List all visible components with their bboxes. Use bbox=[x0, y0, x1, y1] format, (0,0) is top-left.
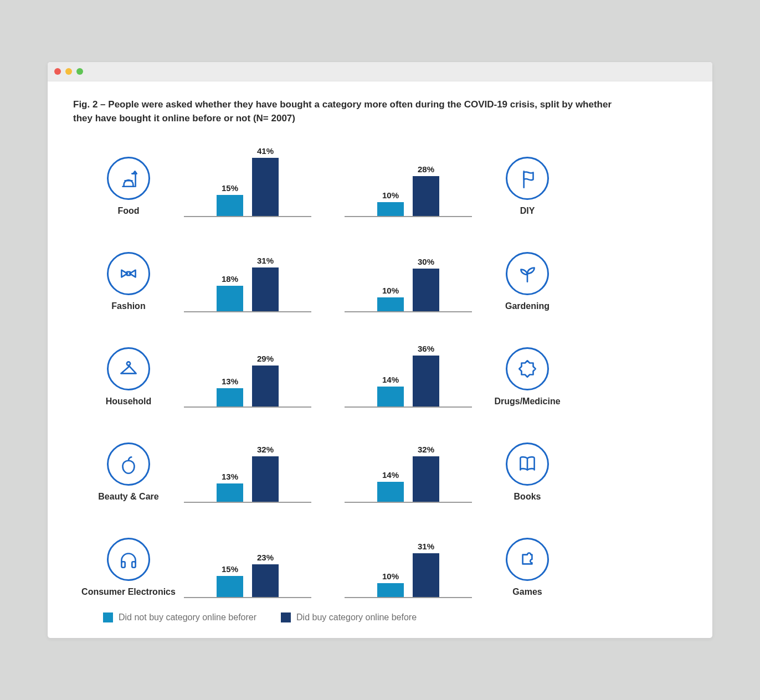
svg-rect-0 bbox=[127, 272, 130, 275]
book-icon bbox=[506, 442, 549, 486]
category-right: Books bbox=[472, 442, 583, 503]
bar-label-dark: 28% bbox=[418, 164, 434, 174]
category-label: Books bbox=[514, 491, 541, 502]
bar-light-rect bbox=[377, 583, 404, 598]
category-label: DIY bbox=[520, 205, 535, 216]
chart-row: Food 15% 41% 10% 28% DIY bbox=[73, 138, 687, 217]
bar-light: 15% bbox=[217, 183, 243, 216]
bar-light: 10% bbox=[377, 191, 404, 217]
bar-light-rect bbox=[217, 286, 243, 311]
bar-dark: 41% bbox=[252, 146, 279, 216]
category-label: Gardening bbox=[505, 301, 550, 311]
bar-pair: 15% 23% bbox=[184, 519, 311, 598]
chart-legend: Did not buy category online beforer Did … bbox=[73, 612, 687, 622]
category-label: Beauty & Care bbox=[98, 491, 158, 502]
bowtie-icon bbox=[107, 252, 150, 295]
bar-light: 10% bbox=[377, 572, 404, 598]
bar-dark-rect bbox=[413, 176, 439, 216]
chart-row: Fashion 18% 31% 10% 30% Gardening bbox=[73, 234, 687, 312]
bar-light-rect bbox=[377, 482, 404, 502]
bar-label-light: 14% bbox=[382, 470, 399, 480]
minimize-icon[interactable] bbox=[65, 68, 72, 75]
bar-dark: 31% bbox=[252, 256, 279, 311]
browser-window: Fig. 2 – People were asked whether they … bbox=[47, 61, 713, 639]
category-right: Drugs/Medicine bbox=[472, 347, 583, 408]
category-right: DIY bbox=[472, 157, 583, 217]
legend-label-light: Did not buy category online beforer bbox=[119, 612, 256, 622]
puzzle-icon bbox=[506, 538, 549, 581]
bar-pair: 10% 31% bbox=[345, 519, 472, 598]
bar-dark-rect bbox=[413, 356, 439, 406]
bar-dark: 23% bbox=[252, 553, 279, 597]
bar-dark: 30% bbox=[413, 257, 439, 311]
bar-light-rect bbox=[377, 387, 404, 406]
category-label: Drugs/Medicine bbox=[494, 396, 560, 406]
category-label: Consumer Electronics bbox=[81, 586, 176, 597]
chart-title: Fig. 2 – People were asked whether they … bbox=[73, 98, 622, 125]
sprout-icon bbox=[506, 252, 549, 295]
chart-row: Beauty & Care 13% 32% 14% 32% Boo bbox=[73, 424, 687, 503]
bar-label-dark: 36% bbox=[418, 344, 434, 353]
bar-dark: 36% bbox=[413, 344, 439, 406]
bar-label-dark: 30% bbox=[418, 257, 434, 266]
bar-dark-rect bbox=[413, 553, 439, 597]
bar-label-light: 13% bbox=[222, 377, 238, 386]
bar-pair: 10% 28% bbox=[345, 138, 472, 217]
bar-pair: 18% 31% bbox=[184, 234, 311, 312]
bar-dark-rect bbox=[413, 269, 439, 311]
bar-light: 13% bbox=[217, 472, 243, 502]
maximize-icon[interactable] bbox=[76, 68, 83, 75]
legend-swatch-dark-icon bbox=[281, 612, 291, 622]
category-left: Fashion bbox=[73, 252, 184, 312]
bar-dark: 29% bbox=[252, 354, 279, 406]
bar-label-light: 14% bbox=[382, 375, 399, 384]
bar-label-dark: 32% bbox=[257, 445, 274, 454]
bar-label-light: 10% bbox=[382, 572, 399, 581]
svg-rect-3 bbox=[132, 562, 135, 567]
bar-dark: 32% bbox=[413, 445, 439, 502]
close-icon[interactable] bbox=[54, 68, 61, 75]
bar-dark-rect bbox=[413, 456, 439, 502]
svg-rect-2 bbox=[121, 562, 125, 567]
bar-light: 14% bbox=[377, 375, 404, 406]
bar-light-rect bbox=[217, 388, 243, 406]
medical-icon bbox=[506, 347, 549, 390]
category-label: Fashion bbox=[111, 301, 145, 311]
chart-content: Fig. 2 – People were asked whether they … bbox=[48, 81, 712, 638]
bar-light: 13% bbox=[217, 377, 243, 406]
bar-pair: 13% 29% bbox=[184, 329, 311, 408]
bar-dark-rect bbox=[252, 158, 279, 216]
bar-light: 14% bbox=[377, 470, 404, 502]
bar-pair: 10% 30% bbox=[345, 234, 472, 312]
bar-label-dark: 31% bbox=[418, 542, 434, 551]
bar-pair: 14% 36% bbox=[345, 329, 472, 408]
bar-label-light: 10% bbox=[382, 286, 399, 295]
bar-label-light: 18% bbox=[222, 274, 238, 284]
category-right: Games bbox=[472, 538, 583, 598]
food-icon bbox=[107, 157, 150, 200]
category-label: Household bbox=[106, 396, 152, 406]
bar-dark: 28% bbox=[413, 164, 439, 216]
bar-light-rect bbox=[377, 297, 404, 312]
bar-dark: 31% bbox=[413, 542, 439, 597]
bar-label-light: 10% bbox=[382, 191, 399, 200]
legend-item-dark: Did buy category online before bbox=[281, 612, 417, 622]
apple-icon bbox=[107, 442, 150, 486]
chart-row: Consumer Electronics 15% 23% 10% 31% bbox=[73, 519, 687, 598]
legend-label-dark: Did buy category online before bbox=[296, 612, 417, 622]
category-left: Beauty & Care bbox=[73, 442, 184, 503]
bar-dark-rect bbox=[252, 366, 279, 406]
legend-item-light: Did not buy category online beforer bbox=[103, 612, 256, 622]
bar-light: 15% bbox=[217, 564, 243, 597]
window-titlebar bbox=[48, 62, 712, 81]
bar-light-rect bbox=[217, 576, 243, 597]
bar-dark-rect bbox=[252, 564, 279, 597]
bar-light-rect bbox=[377, 202, 404, 217]
bar-label-dark: 23% bbox=[257, 553, 274, 562]
bar-dark-rect bbox=[252, 267, 279, 311]
bar-light: 18% bbox=[217, 274, 243, 311]
bar-light-rect bbox=[217, 483, 243, 502]
bar-dark-rect bbox=[252, 456, 279, 502]
bar-pair: 13% 32% bbox=[184, 424, 311, 503]
bar-light-rect bbox=[217, 195, 243, 216]
